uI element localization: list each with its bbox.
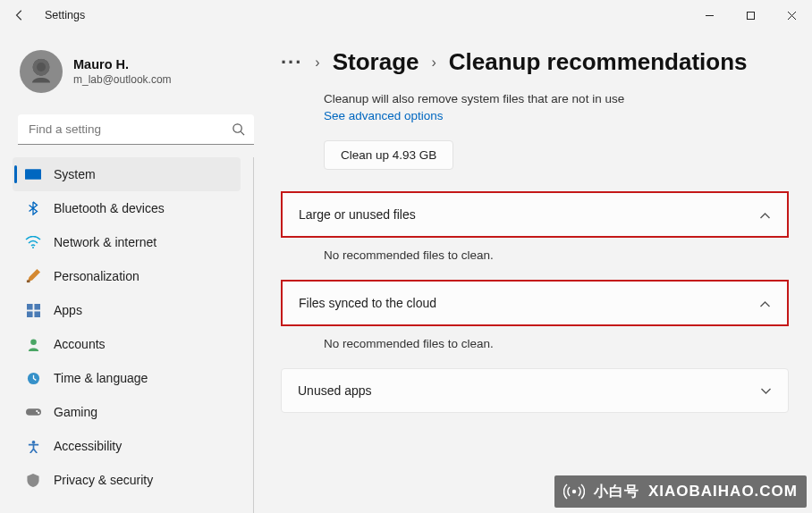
section-large-files[interactable]: Large or unused files bbox=[281, 191, 789, 238]
nav-accounts[interactable]: Accounts bbox=[13, 327, 241, 361]
privacy-icon bbox=[25, 472, 41, 488]
breadcrumb-more[interactable]: ··· bbox=[281, 51, 302, 74]
svg-point-4 bbox=[37, 63, 46, 71]
personalization-icon bbox=[25, 268, 41, 284]
svg-rect-1 bbox=[747, 12, 754, 19]
nav-label: Time & language bbox=[54, 371, 148, 385]
search-input[interactable] bbox=[18, 114, 254, 145]
section-large-body: No recommended files to clean. bbox=[324, 248, 789, 262]
avatar bbox=[20, 50, 63, 93]
svg-rect-10 bbox=[27, 304, 33, 310]
main-content: ··· › Storage › Cleanup recommendations … bbox=[265, 30, 812, 513]
svg-point-17 bbox=[36, 410, 38, 412]
gaming-icon bbox=[25, 404, 41, 420]
broadcast-icon bbox=[563, 481, 585, 502]
section-cloud-files[interactable]: Files synced to the cloud bbox=[281, 280, 789, 326]
svg-point-19 bbox=[31, 440, 35, 443]
watermark: 小白号 XIAOBAIHAO.COM bbox=[554, 475, 807, 508]
chevron-right-icon: › bbox=[431, 55, 436, 71]
section-title: Unused apps bbox=[298, 383, 372, 398]
nav-privacy[interactable]: Privacy & security bbox=[13, 463, 241, 497]
profile-email: m_lab@outlook.com bbox=[73, 73, 172, 86]
system-icon bbox=[25, 166, 41, 182]
nav-list: System Bluetooth & devices Network & int… bbox=[13, 157, 254, 513]
section-title: Large or unused files bbox=[299, 207, 416, 222]
accessibility-icon bbox=[25, 438, 41, 454]
nav-network[interactable]: Network & internet bbox=[13, 225, 241, 259]
chevron-up-icon bbox=[759, 296, 771, 310]
nav-label: Accounts bbox=[54, 337, 106, 351]
nav-bluetooth[interactable]: Bluetooth & devices bbox=[13, 191, 241, 225]
nav-label: Bluetooth & devices bbox=[54, 201, 165, 215]
profile-name: Mauro H. bbox=[73, 57, 172, 71]
breadcrumb-parent[interactable]: Storage bbox=[333, 48, 419, 76]
nav-label: Personalization bbox=[54, 269, 140, 283]
accounts-icon bbox=[25, 336, 41, 352]
svg-point-20 bbox=[572, 490, 576, 493]
bluetooth-icon bbox=[25, 200, 41, 216]
nav-gaming[interactable]: Gaming bbox=[13, 395, 241, 429]
nav-label: Privacy & security bbox=[54, 473, 153, 487]
minimize-button[interactable] bbox=[689, 0, 730, 30]
svg-rect-13 bbox=[34, 311, 40, 317]
svg-point-8 bbox=[32, 247, 34, 248]
breadcrumb-current: Cleanup recommendations bbox=[449, 48, 748, 76]
time-icon bbox=[25, 370, 41, 386]
intro-text: Cleanup will also remove system files th… bbox=[324, 92, 789, 105]
search-icon bbox=[232, 122, 245, 139]
back-button[interactable] bbox=[11, 6, 29, 24]
section-unused-apps[interactable]: Unused apps bbox=[281, 368, 789, 413]
nav-apps[interactable]: Apps bbox=[13, 293, 241, 327]
nav-personalization[interactable]: Personalization bbox=[13, 259, 241, 293]
nav-label: Network & internet bbox=[54, 235, 156, 249]
section-cloud-body: No recommended files to clean. bbox=[324, 337, 789, 350]
svg-point-14 bbox=[30, 339, 37, 345]
nav-accessibility[interactable]: Accessibility bbox=[13, 429, 241, 463]
chevron-right-icon: › bbox=[315, 55, 319, 71]
nav-label: Gaming bbox=[54, 405, 97, 419]
nav-system[interactable]: System bbox=[13, 157, 241, 191]
maximize-button[interactable] bbox=[730, 0, 771, 30]
close-button[interactable] bbox=[771, 0, 812, 30]
svg-rect-7 bbox=[25, 169, 41, 180]
nav-label: System bbox=[54, 167, 96, 181]
network-icon bbox=[25, 234, 41, 250]
apps-icon bbox=[25, 302, 41, 318]
watermark-cn: 小白号 bbox=[594, 483, 639, 501]
chevron-up-icon bbox=[759, 207, 771, 222]
nav-label: Accessibility bbox=[54, 439, 122, 453]
titlebar: Settings bbox=[0, 0, 812, 30]
window-title: Settings bbox=[45, 9, 85, 21]
breadcrumb: ··· › Storage › Cleanup recommendations bbox=[281, 48, 789, 76]
cleanup-button[interactable]: Clean up 4.93 GB bbox=[324, 140, 453, 170]
profile-block[interactable]: Mauro H. m_lab@outlook.com bbox=[13, 39, 259, 109]
nav-label: Apps bbox=[54, 303, 82, 317]
chevron-down-icon bbox=[760, 383, 772, 398]
svg-point-5 bbox=[233, 124, 241, 132]
sidebar: Mauro H. m_lab@outlook.com System Blueto… bbox=[0, 30, 265, 513]
svg-point-18 bbox=[38, 412, 39, 414]
svg-rect-12 bbox=[27, 311, 33, 317]
svg-rect-11 bbox=[34, 304, 40, 310]
svg-line-6 bbox=[241, 131, 244, 135]
svg-rect-9 bbox=[27, 280, 30, 282]
nav-time[interactable]: Time & language bbox=[13, 361, 241, 395]
section-title: Files synced to the cloud bbox=[299, 296, 436, 310]
watermark-en: XIAOBAIHAO.COM bbox=[648, 483, 798, 500]
advanced-options-link[interactable]: See advanced options bbox=[324, 109, 789, 122]
